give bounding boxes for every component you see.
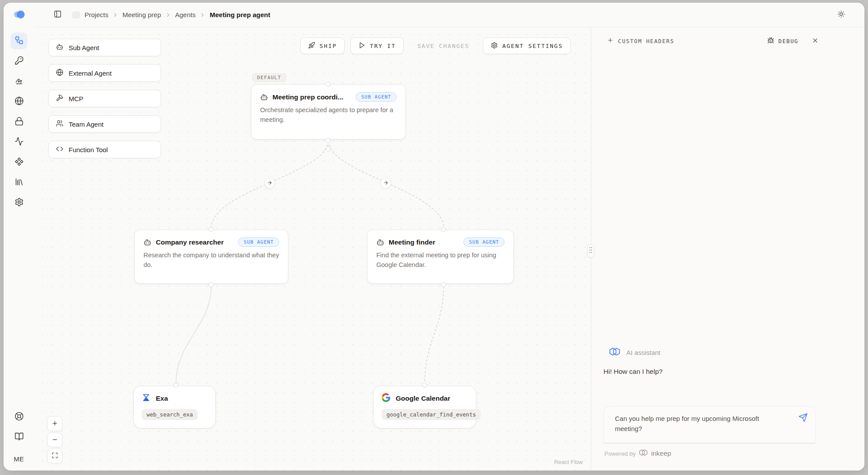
node-description: Find the external meeting to prep for us… [376, 251, 504, 270]
assistant-label: AI assistant [626, 349, 661, 356]
nav-docs[interactable] [11, 429, 27, 446]
node-google-calendar-tool[interactable]: Google Calendar google_calendar_find_eve… [373, 386, 476, 428]
bug-icon [767, 37, 774, 45]
users-icon [56, 120, 63, 128]
zoom-out-button[interactable]: − [47, 432, 63, 447]
edge-finder-gcal [425, 286, 444, 383]
send-button[interactable] [798, 413, 808, 424]
breadcrumb-skeleton [72, 11, 80, 18]
edge-arrow-left[interactable] [264, 178, 275, 189]
library-icon [15, 177, 24, 188]
grip-vertical-icon [588, 246, 593, 256]
ship-button[interactable]: SHIP [300, 37, 345, 54]
palette-item-sub-agent[interactable]: Sub Agent [48, 39, 161, 56]
nav-credentials[interactable] [11, 113, 27, 130]
inkeep-logo-icon [639, 449, 648, 458]
nav-api-keys[interactable] [11, 53, 27, 69]
palette-item-label: Team Agent [69, 121, 103, 128]
zoom-in-button[interactable]: + [47, 416, 63, 431]
node-exa-tool[interactable]: Exa web_search_exa [133, 386, 216, 428]
palette-item-team-agent[interactable]: Team Agent [48, 115, 161, 133]
nav-components[interactable] [11, 154, 27, 171]
powered-by-row[interactable]: Powered by inkeep [604, 449, 671, 458]
user-avatar[interactable]: ME [14, 455, 24, 463]
palette-item-label: External Agent [69, 69, 112, 77]
nav-external[interactable] [11, 93, 27, 110]
breadcrumb-item-projects[interactable]: Projects [85, 11, 108, 18]
node-title: Meeting prep coordi... [272, 93, 343, 101]
breadcrumb-item-agents[interactable]: Agents [175, 11, 196, 18]
agent-settings-label: AGENT SETTINGS [502, 43, 563, 49]
arrow-right-icon [383, 179, 389, 187]
lock-icon [15, 117, 24, 128]
maximize-icon [51, 451, 58, 461]
arrow-right-icon [267, 179, 272, 187]
handle-add-target[interactable] [325, 146, 331, 152]
assistant-greeting: Hi! How can I help? [603, 368, 662, 376]
key-icon [15, 56, 24, 67]
nav-help[interactable] [11, 409, 27, 425]
node-meeting-prep-coordinator[interactable]: Meeting prep coordi... SUB AGENT Orchest… [251, 84, 406, 139]
panel-resize-grip[interactable] [587, 245, 594, 257]
nav-settings[interactable] [11, 194, 27, 211]
component-icon [15, 157, 24, 168]
bot-icon [260, 93, 268, 101]
node-meeting-finder[interactable]: Meeting finder SUB AGENT Find the extern… [367, 230, 514, 284]
agent-settings-button[interactable]: AGENT SETTINGS [483, 37, 571, 54]
save-changes-button[interactable]: SAVE CHANGES [409, 37, 477, 54]
handle-finder-top[interactable] [441, 227, 446, 232]
activity-icon [15, 137, 24, 148]
sun-icon [837, 10, 845, 19]
handle-exa-top[interactable] [173, 383, 178, 387]
debug-button[interactable]: DEBUG [767, 37, 798, 45]
globe-icon [56, 69, 63, 77]
chat-panel: CUSTOM HEADERS DEBUG AI assistant Hi! Ho… [591, 27, 864, 471]
theme-toggle-button[interactable] [835, 8, 847, 21]
node-company-researcher[interactable]: Company researcher SUB AGENT Research th… [134, 230, 288, 284]
sidebar-toggle-button[interactable] [52, 8, 63, 21]
icon-rail: ME [4, 3, 34, 471]
play-icon [358, 42, 365, 50]
handle-coordinator-bottom[interactable] [326, 138, 331, 143]
canvas-toolbar: SHIP TRY IT SAVE CHANGES AGENT SETTINGS [300, 37, 571, 54]
breadcrumb-item-project[interactable]: Meeting prep [122, 11, 161, 18]
handle-gcal-top[interactable] [422, 383, 427, 387]
palette-item-mcp[interactable]: MCP [48, 90, 161, 107]
panel-actions: DEBUG [767, 27, 819, 55]
palette-item-function-tool[interactable]: Function Tool [48, 141, 161, 158]
app-window: ME Projects Meeting prep Agents Meeting … [4, 3, 864, 471]
palette-item-label: Sub Agent [69, 44, 99, 51]
handle-finder-bottom[interactable] [441, 282, 446, 287]
node-title: Company researcher [156, 238, 224, 246]
try-it-button-label: TRY IT [370, 43, 396, 49]
handle-coordinator-top[interactable] [326, 82, 331, 87]
close-icon [812, 37, 819, 45]
edge-arrow-right[interactable] [380, 178, 391, 189]
node-description: Orchestrate specialized agents to prepar… [260, 106, 397, 125]
zoom-controls: + − [47, 416, 63, 464]
nav-activity[interactable] [11, 134, 27, 150]
custom-headers-button[interactable]: CUSTOM HEADERS [607, 37, 674, 45]
chat-input[interactable]: Can you help me prep for my upcoming Mic… [604, 407, 815, 443]
panel-header: CUSTOM HEADERS DEBUG [591, 27, 864, 55]
close-panel-button[interactable] [812, 37, 819, 45]
nav-workflow[interactable] [11, 33, 27, 49]
workflow-icon [15, 36, 24, 47]
fit-view-button[interactable] [47, 449, 63, 464]
handle-researcher-top[interactable] [209, 227, 213, 232]
signature-icon [15, 76, 24, 87]
ship-button-label: SHIP [320, 43, 337, 49]
try-it-button[interactable]: TRY IT [350, 37, 404, 54]
react-flow-attribution[interactable]: React Flow [554, 459, 583, 465]
nav-library[interactable] [11, 174, 27, 191]
flow-canvas[interactable]: Sub Agent External Agent MCP Team Agent … [34, 27, 591, 471]
handle-researcher-bottom[interactable] [209, 282, 213, 287]
lifebuoy-icon [15, 412, 24, 423]
bot-icon [56, 43, 63, 52]
edge-researcher-exa [176, 286, 211, 383]
nav-signature[interactable] [11, 73, 27, 90]
palette-item-external-agent[interactable]: External Agent [48, 64, 161, 82]
sub-agent-badge: SUB AGENT [238, 238, 279, 247]
inkeep-wordmark: inkeep [651, 449, 671, 457]
node-title: Meeting finder [389, 238, 435, 246]
